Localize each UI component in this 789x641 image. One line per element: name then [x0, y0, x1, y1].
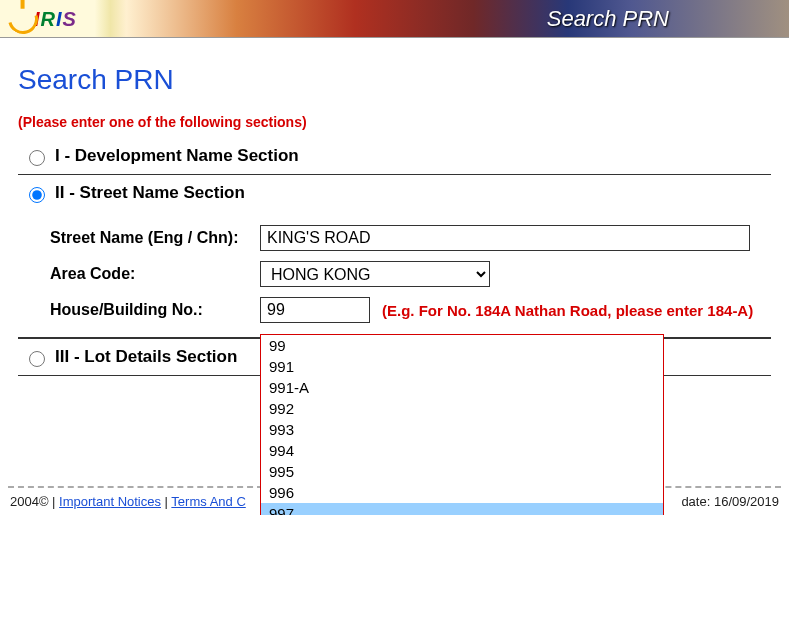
footer-right: date: 16/09/2019 [681, 494, 779, 509]
autocomplete-dropdown: 99991991-A992993994995996997998 (Press P… [260, 334, 664, 515]
footer-date-label: date: [681, 494, 714, 509]
area-row: Area Code: HONG KONG [50, 261, 771, 287]
autocomplete-list: 99991991-A992993994995996997998 [261, 335, 663, 515]
section-2-label: II - Street Name Section [55, 183, 245, 203]
section-3-radio[interactable] [29, 351, 45, 367]
logo-swirl-icon [3, 0, 44, 39]
autocomplete-item[interactable]: 991 [261, 356, 663, 377]
section-2-row[interactable]: II - Street Name Section [18, 175, 771, 211]
autocomplete-item[interactable]: 995 [261, 461, 663, 482]
autocomplete-item[interactable]: 991-A [261, 377, 663, 398]
house-hint: (E.g. For No. 184A Nathan Road, please e… [382, 302, 753, 319]
important-notices-link[interactable]: Important Notices [59, 494, 161, 509]
area-label: Area Code: [50, 265, 260, 283]
footer-date: 16/09/2019 [714, 494, 779, 509]
page-title: Search PRN [18, 64, 771, 96]
autocomplete-item[interactable]: 996 [261, 482, 663, 503]
content: Search PRN (Please enter one of the foll… [0, 38, 789, 486]
area-code-select[interactable]: HONG KONG [260, 261, 490, 287]
autocomplete-item[interactable]: 992 [261, 398, 663, 419]
section-1-label: I - Development Name Section [55, 146, 299, 166]
banner-title: Search PRN [547, 0, 669, 38]
autocomplete-item[interactable]: 993 [261, 419, 663, 440]
instruction-text: (Please enter one of the following secti… [18, 114, 771, 130]
section-2-radio[interactable] [29, 187, 45, 203]
section-3-label: III - Lot Details Section [55, 347, 237, 367]
iris-logo: IRIS [8, 0, 77, 38]
section-1-radio[interactable] [29, 150, 45, 166]
footer-left: 2004© | Important Notices | Terms And C [10, 494, 246, 509]
house-label: House/Building No.: [50, 301, 260, 319]
terms-link[interactable]: Terms And C [171, 494, 245, 509]
footer-sep: | [161, 494, 171, 509]
autocomplete-item[interactable]: 99 [261, 335, 663, 356]
house-number-input[interactable] [260, 297, 370, 323]
street-label: Street Name (Eng / Chn): [50, 229, 260, 247]
copyright-text: 2004© | [10, 494, 59, 509]
street-name-input[interactable] [260, 225, 750, 251]
house-row: House/Building No.: (E.g. For No. 184A N… [50, 297, 771, 323]
street-row: Street Name (Eng / Chn): [50, 225, 771, 251]
header-banner: IRIS Search PRN [0, 0, 789, 38]
autocomplete-item[interactable]: 994 [261, 440, 663, 461]
section-1-row[interactable]: I - Development Name Section [18, 138, 771, 175]
autocomplete-item[interactable]: 997 [261, 503, 663, 515]
street-section-form: Street Name (Eng / Chn): Area Code: HONG… [18, 211, 771, 338]
